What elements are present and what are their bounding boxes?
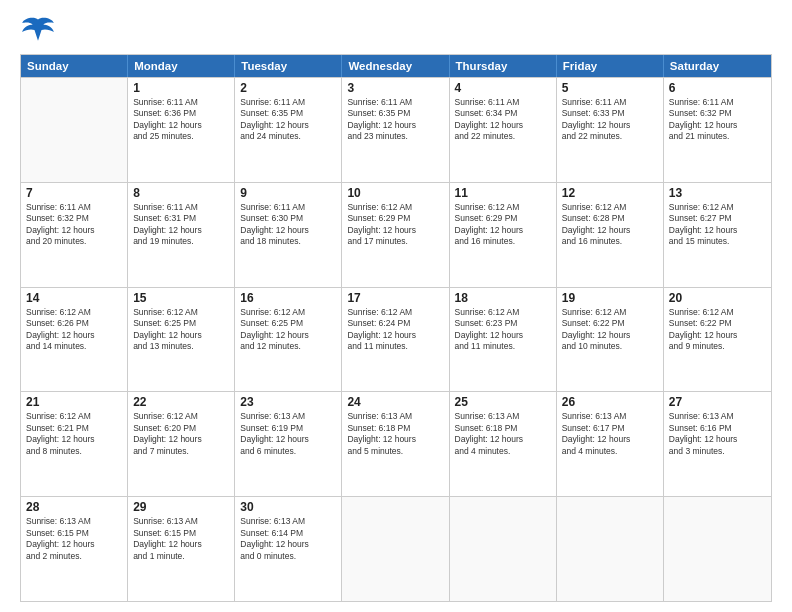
calendar-cell: 27Sunrise: 6:13 AM Sunset: 6:16 PM Dayli… <box>664 392 771 496</box>
calendar-header-cell: Thursday <box>450 55 557 77</box>
calendar-row: 21Sunrise: 6:12 AM Sunset: 6:21 PM Dayli… <box>21 391 771 496</box>
calendar-row: 1Sunrise: 6:11 AM Sunset: 6:36 PM Daylig… <box>21 77 771 182</box>
calendar-cell: 24Sunrise: 6:13 AM Sunset: 6:18 PM Dayli… <box>342 392 449 496</box>
calendar-header-cell: Monday <box>128 55 235 77</box>
cell-info: Sunrise: 6:11 AM Sunset: 6:31 PM Dayligh… <box>133 202 229 248</box>
day-number: 4 <box>455 81 551 95</box>
calendar-header-cell: Tuesday <box>235 55 342 77</box>
logo <box>20 16 60 46</box>
day-number: 22 <box>133 395 229 409</box>
day-number: 30 <box>240 500 336 514</box>
cell-info: Sunrise: 6:12 AM Sunset: 6:29 PM Dayligh… <box>347 202 443 248</box>
day-number: 7 <box>26 186 122 200</box>
cell-info: Sunrise: 6:12 AM Sunset: 6:21 PM Dayligh… <box>26 411 122 457</box>
day-number: 12 <box>562 186 658 200</box>
calendar-header-cell: Sunday <box>21 55 128 77</box>
calendar-row: 28Sunrise: 6:13 AM Sunset: 6:15 PM Dayli… <box>21 496 771 601</box>
cell-info: Sunrise: 6:13 AM Sunset: 6:16 PM Dayligh… <box>669 411 766 457</box>
calendar-cell: 26Sunrise: 6:13 AM Sunset: 6:17 PM Dayli… <box>557 392 664 496</box>
cell-info: Sunrise: 6:12 AM Sunset: 6:26 PM Dayligh… <box>26 307 122 353</box>
day-number: 6 <box>669 81 766 95</box>
calendar-cell: 22Sunrise: 6:12 AM Sunset: 6:20 PM Dayli… <box>128 392 235 496</box>
calendar-cell: 8Sunrise: 6:11 AM Sunset: 6:31 PM Daylig… <box>128 183 235 287</box>
calendar: SundayMondayTuesdayWednesdayThursdayFrid… <box>20 54 772 602</box>
day-number: 21 <box>26 395 122 409</box>
calendar-cell: 11Sunrise: 6:12 AM Sunset: 6:29 PM Dayli… <box>450 183 557 287</box>
cell-info: Sunrise: 6:13 AM Sunset: 6:19 PM Dayligh… <box>240 411 336 457</box>
cell-info: Sunrise: 6:12 AM Sunset: 6:25 PM Dayligh… <box>133 307 229 353</box>
calendar-cell: 1Sunrise: 6:11 AM Sunset: 6:36 PM Daylig… <box>128 78 235 182</box>
cell-info: Sunrise: 6:11 AM Sunset: 6:32 PM Dayligh… <box>669 97 766 143</box>
cell-info: Sunrise: 6:11 AM Sunset: 6:34 PM Dayligh… <box>455 97 551 143</box>
calendar-cell: 7Sunrise: 6:11 AM Sunset: 6:32 PM Daylig… <box>21 183 128 287</box>
cell-info: Sunrise: 6:13 AM Sunset: 6:18 PM Dayligh… <box>347 411 443 457</box>
cell-info: Sunrise: 6:12 AM Sunset: 6:23 PM Dayligh… <box>455 307 551 353</box>
day-number: 5 <box>562 81 658 95</box>
calendar-header: SundayMondayTuesdayWednesdayThursdayFrid… <box>21 55 771 77</box>
cell-info: Sunrise: 6:13 AM Sunset: 6:14 PM Dayligh… <box>240 516 336 562</box>
calendar-cell: 9Sunrise: 6:11 AM Sunset: 6:30 PM Daylig… <box>235 183 342 287</box>
calendar-cell: 13Sunrise: 6:12 AM Sunset: 6:27 PM Dayli… <box>664 183 771 287</box>
day-number: 26 <box>562 395 658 409</box>
cell-info: Sunrise: 6:11 AM Sunset: 6:32 PM Dayligh… <box>26 202 122 248</box>
calendar-cell: 23Sunrise: 6:13 AM Sunset: 6:19 PM Dayli… <box>235 392 342 496</box>
calendar-cell: 16Sunrise: 6:12 AM Sunset: 6:25 PM Dayli… <box>235 288 342 392</box>
cell-info: Sunrise: 6:12 AM Sunset: 6:22 PM Dayligh… <box>562 307 658 353</box>
cell-info: Sunrise: 6:13 AM Sunset: 6:15 PM Dayligh… <box>133 516 229 562</box>
day-number: 25 <box>455 395 551 409</box>
day-number: 29 <box>133 500 229 514</box>
calendar-cell: 5Sunrise: 6:11 AM Sunset: 6:33 PM Daylig… <box>557 78 664 182</box>
calendar-cell: 4Sunrise: 6:11 AM Sunset: 6:34 PM Daylig… <box>450 78 557 182</box>
calendar-cell: 29Sunrise: 6:13 AM Sunset: 6:15 PM Dayli… <box>128 497 235 601</box>
day-number: 17 <box>347 291 443 305</box>
calendar-cell: 19Sunrise: 6:12 AM Sunset: 6:22 PM Dayli… <box>557 288 664 392</box>
cell-info: Sunrise: 6:12 AM Sunset: 6:20 PM Dayligh… <box>133 411 229 457</box>
cell-info: Sunrise: 6:11 AM Sunset: 6:35 PM Dayligh… <box>240 97 336 143</box>
day-number: 2 <box>240 81 336 95</box>
day-number: 9 <box>240 186 336 200</box>
day-number: 15 <box>133 291 229 305</box>
day-number: 8 <box>133 186 229 200</box>
calendar-cell: 3Sunrise: 6:11 AM Sunset: 6:35 PM Daylig… <box>342 78 449 182</box>
cell-info: Sunrise: 6:12 AM Sunset: 6:22 PM Dayligh… <box>669 307 766 353</box>
calendar-row: 7Sunrise: 6:11 AM Sunset: 6:32 PM Daylig… <box>21 182 771 287</box>
calendar-cell: 25Sunrise: 6:13 AM Sunset: 6:18 PM Dayli… <box>450 392 557 496</box>
calendar-header-cell: Saturday <box>664 55 771 77</box>
calendar-cell <box>450 497 557 601</box>
calendar-cell: 30Sunrise: 6:13 AM Sunset: 6:14 PM Dayli… <box>235 497 342 601</box>
calendar-row: 14Sunrise: 6:12 AM Sunset: 6:26 PM Dayli… <box>21 287 771 392</box>
calendar-cell: 14Sunrise: 6:12 AM Sunset: 6:26 PM Dayli… <box>21 288 128 392</box>
calendar-header-cell: Friday <box>557 55 664 77</box>
calendar-cell <box>664 497 771 601</box>
day-number: 11 <box>455 186 551 200</box>
page: SundayMondayTuesdayWednesdayThursdayFrid… <box>0 0 792 612</box>
day-number: 20 <box>669 291 766 305</box>
cell-info: Sunrise: 6:12 AM Sunset: 6:24 PM Dayligh… <box>347 307 443 353</box>
cell-info: Sunrise: 6:11 AM Sunset: 6:35 PM Dayligh… <box>347 97 443 143</box>
cell-info: Sunrise: 6:12 AM Sunset: 6:25 PM Dayligh… <box>240 307 336 353</box>
cell-info: Sunrise: 6:13 AM Sunset: 6:15 PM Dayligh… <box>26 516 122 562</box>
calendar-cell <box>342 497 449 601</box>
cell-info: Sunrise: 6:11 AM Sunset: 6:36 PM Dayligh… <box>133 97 229 143</box>
calendar-cell: 6Sunrise: 6:11 AM Sunset: 6:32 PM Daylig… <box>664 78 771 182</box>
cell-info: Sunrise: 6:11 AM Sunset: 6:30 PM Dayligh… <box>240 202 336 248</box>
day-number: 28 <box>26 500 122 514</box>
day-number: 16 <box>240 291 336 305</box>
logo-bird-icon <box>20 16 56 46</box>
calendar-cell: 10Sunrise: 6:12 AM Sunset: 6:29 PM Dayli… <box>342 183 449 287</box>
day-number: 1 <box>133 81 229 95</box>
calendar-cell: 2Sunrise: 6:11 AM Sunset: 6:35 PM Daylig… <box>235 78 342 182</box>
cell-info: Sunrise: 6:13 AM Sunset: 6:18 PM Dayligh… <box>455 411 551 457</box>
calendar-cell: 18Sunrise: 6:12 AM Sunset: 6:23 PM Dayli… <box>450 288 557 392</box>
day-number: 18 <box>455 291 551 305</box>
calendar-header-cell: Wednesday <box>342 55 449 77</box>
calendar-body: 1Sunrise: 6:11 AM Sunset: 6:36 PM Daylig… <box>21 77 771 601</box>
calendar-cell: 17Sunrise: 6:12 AM Sunset: 6:24 PM Dayli… <box>342 288 449 392</box>
day-number: 10 <box>347 186 443 200</box>
day-number: 24 <box>347 395 443 409</box>
calendar-cell <box>21 78 128 182</box>
cell-info: Sunrise: 6:13 AM Sunset: 6:17 PM Dayligh… <box>562 411 658 457</box>
calendar-cell <box>557 497 664 601</box>
calendar-cell: 20Sunrise: 6:12 AM Sunset: 6:22 PM Dayli… <box>664 288 771 392</box>
cell-info: Sunrise: 6:12 AM Sunset: 6:28 PM Dayligh… <box>562 202 658 248</box>
